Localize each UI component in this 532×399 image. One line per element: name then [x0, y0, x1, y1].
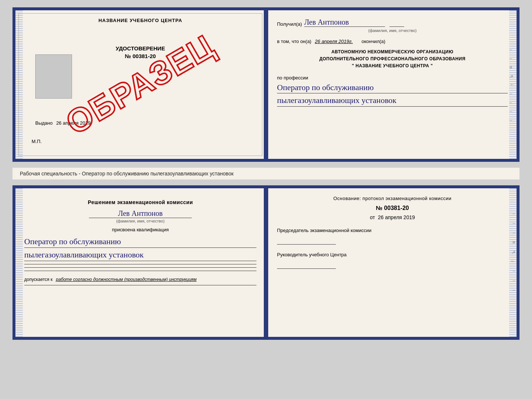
in-that-prefix: в том, что он(а)	[277, 39, 311, 44]
bottom-line-2	[24, 267, 256, 268]
fio-subtitle-top: (фамилия, имя, отчество)	[277, 28, 508, 33]
bottom-recipient-block: Лев Антпонов (фамилия, имя, отчество)	[24, 209, 256, 223]
completed-suffix: окончил(а)	[362, 39, 385, 44]
org-line1: АВТОНОМНУЮ НЕКОММЕРЧЕСКУЮ ОРГАНИЗАЦИЮ	[277, 49, 508, 56]
profession-line1: Оператор по обслуживанию	[277, 82, 508, 94]
qual-line2: пылегазоулавливающих установок	[24, 249, 256, 261]
received-prefix: Получил(а)	[277, 21, 302, 27]
protocol-date-prefix: от	[370, 214, 375, 220]
bottom-left-page: Решением экзаменационной комиссии Лев Ан…	[15, 188, 266, 337]
bottom-right-strip	[509, 188, 517, 337]
center-head-label: Руководитель учебного Центра	[277, 252, 508, 257]
chairman-label: Председатель экзаменационной комиссии	[277, 228, 508, 233]
allows-detail: работе согласно должностным (производств…	[56, 277, 197, 282]
bottom-line-3	[24, 271, 256, 271]
school-name-title: НАЗВАНИЕ УЧЕБНОГО ЦЕНТРА	[24, 18, 256, 23]
right-strip-decoration	[509, 10, 517, 159]
completed-date: 26 апреля 2019г.	[315, 39, 353, 44]
qual-line1: Оператор по обслуживанию	[24, 236, 256, 248]
left-page: НАЗВАНИЕ УЧЕБНОГО ЦЕНТРА УДОСТОВЕРЕНИЕ №…	[15, 10, 266, 159]
protocol-date: от 26 апреля 2019	[277, 214, 508, 220]
org-line2: ДОПОЛНИТЕЛЬНОГО ПРОФЕССИОНАЛЬНОГО ОБРАЗО…	[277, 56, 508, 63]
bottom-fio-subtitle: (фамилия, имя, отчество)	[24, 219, 256, 223]
right-page: Получил(а) Лев Антпонов (фамилия, имя, о…	[266, 10, 517, 159]
profession-label: по профессии	[277, 75, 508, 81]
recipient-line: Получил(а) Лев Антпонов	[277, 18, 508, 27]
allows-prefix: допускается к	[24, 277, 53, 282]
left-page-content: НАЗВАНИЕ УЧЕБНОГО ЦЕНТРА УДОСТОВЕРЕНИЕ №…	[24, 18, 256, 152]
bottom-line-4	[24, 285, 256, 285]
book-spine	[264, 10, 268, 159]
mp-label: М.П.	[32, 139, 42, 144]
center-head-signature-line	[277, 268, 336, 269]
in-that-line: в том, что он(а) 26 апреля 2019г. окончи…	[277, 39, 508, 44]
issued-prefix: Выдано	[35, 120, 53, 126]
org-line3: " НАЗВАНИЕ УЧЕБНОГО ЦЕНТРА "	[277, 63, 508, 70]
photo-placeholder	[35, 54, 72, 99]
bottom-line-1	[24, 264, 256, 264]
bottom-right-page: Основание: протокол экзаменационной коми…	[266, 188, 517, 337]
allows-text: допускается к работе согласно должностны…	[24, 277, 256, 282]
dash-line	[389, 26, 404, 27]
org-block: АВТОНОМНУЮ НЕКОММЕРЧЕСКУЮ ОРГАНИЗАЦИЮ ДО…	[277, 49, 508, 70]
bottom-person-name: Лев Антпонов	[89, 209, 192, 218]
assigned-label: присвоена квалификация	[24, 227, 256, 232]
cert-label: УДОСТОВЕРЕНИЕ	[24, 45, 256, 51]
recipient-name: Лев Антпонов	[304, 18, 385, 27]
chairman-section: Председатель экзаменационной комиссии	[277, 228, 508, 245]
issued-line: Выдано 26 апреля 2019	[35, 120, 90, 126]
top-certificate-book: НАЗВАНИЕ УЧЕБНОГО ЦЕНТРА УДОСТОВЕРЕНИЕ №…	[12, 7, 520, 162]
center-head-section: Руководитель учебного Центра	[277, 252, 508, 269]
protocol-number: № 00381-20	[277, 205, 508, 211]
document-wrapper: НАЗВАНИЕ УЧЕБНОГО ЦЕНТРА УДОСТОВЕРЕНИЕ №…	[12, 7, 520, 340]
chairman-signature-line	[277, 244, 336, 245]
basis-label: Основание: протокол экзаменационной коми…	[277, 196, 508, 201]
decision-prefix: Решением экзаменационной комиссии	[88, 199, 193, 205]
profession-line2: пылегазоулавливающих установок	[277, 95, 508, 107]
between-label: Рабочая специальность - Оператор по обсл…	[12, 168, 520, 179]
issued-date: 26 апреля 2019	[56, 120, 91, 126]
decision-line: Решением экзаменационной комиссии	[24, 199, 256, 205]
qualification-block: Оператор по обслуживанию пылегазоулавлив…	[24, 236, 256, 261]
bottom-spine	[264, 188, 268, 337]
bottom-certificate-book: Решением экзаменационной комиссии Лев Ан…	[12, 185, 520, 340]
protocol-date-value: 26 апреля 2019	[378, 214, 415, 220]
